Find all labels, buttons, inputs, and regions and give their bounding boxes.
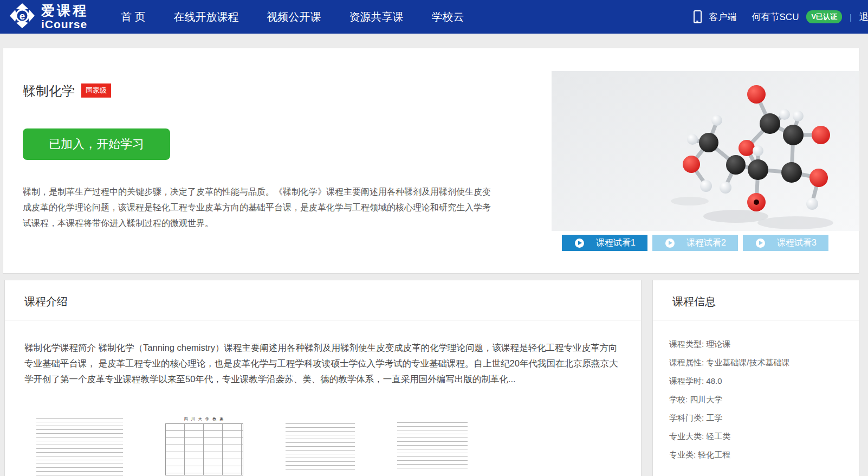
doc-thumbnail-4[interactable] <box>392 416 473 475</box>
info-course-attribute: 课程属性: 专业基础课/技术基础课 <box>669 357 843 368</box>
play-icon <box>756 239 765 248</box>
client-download-link[interactable]: 客户端 <box>709 11 737 23</box>
icourse-logo[interactable]: e 爱课程 iCourse <box>8 1 88 33</box>
info-major: 专业类: 轻化工程 <box>669 449 843 460</box>
nav-item-video-courses[interactable]: 视频公开课 <box>267 10 321 24</box>
course-intro-panel: 课程介绍 鞣制化学课程简介 鞣制化学（Tanning chemistry）课程主… <box>4 280 642 476</box>
nav-item-shared-resources[interactable]: 资源共享课 <box>349 10 404 24</box>
course-info-list: 课程类型: 理论课 课程属性: 专业基础课/技术基础课 课程学时: 48.0 学… <box>653 320 859 460</box>
course-media-column: 课程试看1 课程试看2 课程试看3 <box>552 71 859 251</box>
intro-body-text: 鞣制化学课程简介 鞣制化学（Tanning chemistry）课程主要阐述用各… <box>24 340 623 387</box>
course-title-row: 鞣制化学 国家级 <box>23 82 111 100</box>
doc-page-preview <box>165 423 243 475</box>
preview-tab-label: 课程试看1 <box>596 237 636 249</box>
join-course-button[interactable]: 已加入，开始学习 <box>23 128 170 160</box>
doc2-title: 四 川 大 学 教 案 <box>165 416 243 422</box>
main-navigation: 首 页 在线开放课程 视频公开课 资源共享课 学校云 <box>121 10 464 24</box>
info-heading: 课程信息 <box>653 280 859 320</box>
username-link[interactable]: 何有节SCU <box>752 11 799 23</box>
play-icon <box>575 239 584 248</box>
course-description: 鞣制，是制革生产过程中的关键步骤，决定了皮革的性能与品质。《鞣制化学》课程主要阐… <box>23 184 498 231</box>
course-preview-tabs: 课程试看1 课程试看2 课程试看3 <box>552 235 830 251</box>
doc-thumbnail-2[interactable]: 四 川 大 学 教 案 <box>160 412 249 476</box>
icourse-logo-icon: e <box>8 1 37 33</box>
navbar-user-area: 客户端 何有节SCU V已认证 | 退出 <box>694 0 868 34</box>
doc-page-preview <box>286 422 355 469</box>
document-thumbnails: 四 川 大 学 教 案 <box>31 412 641 476</box>
doc-page-preview <box>397 421 468 471</box>
logo-brand-en: iCourse <box>41 18 88 30</box>
info-major-category: 专业大类: 轻工类 <box>669 431 843 441</box>
svg-text:e: e <box>20 10 25 22</box>
preview-tab-2[interactable]: 课程试看2 <box>652 235 738 251</box>
logout-link[interactable]: 退出 <box>859 11 868 23</box>
top-navbar: e 爱课程 iCourse 首 页 在线开放课程 视频公开课 资源共享课 学校云… <box>0 0 868 34</box>
national-level-badge: 国家级 <box>81 83 111 98</box>
info-discipline: 学科门类: 工学 <box>669 413 843 423</box>
doc-page-preview <box>36 416 123 476</box>
doc-thumbnail-3[interactable] <box>280 417 360 474</box>
logo-brand-cn: 爱课程 <box>41 4 88 17</box>
nav-item-home[interactable]: 首 页 <box>121 10 146 24</box>
preview-tab-label: 课程试看2 <box>686 237 726 249</box>
nav-item-school-cloud[interactable]: 学校云 <box>432 10 464 24</box>
intro-heading: 课程介绍 <box>5 280 641 320</box>
doc-thumbnail-1[interactable] <box>31 412 128 476</box>
course-title: 鞣制化学 <box>23 82 75 100</box>
verified-badge[interactable]: V已认证 <box>806 10 842 23</box>
info-course-hours: 课程学时: 48.0 <box>669 376 843 386</box>
icourse-logo-text: 爱课程 iCourse <box>41 4 88 30</box>
nav-divider: | <box>850 12 852 22</box>
course-header-panel: 鞣制化学 国家级 已加入，开始学习 鞣制，是制革生产过程中的关键步骤，决定了皮革… <box>3 48 859 274</box>
nav-item-open-courses[interactable]: 在线开放课程 <box>174 10 239 24</box>
molecule-course-image <box>552 71 859 231</box>
info-school: 学校: 四川大学 <box>669 394 843 404</box>
preview-tab-3[interactable]: 课程试看3 <box>743 235 828 251</box>
preview-tab-label: 课程试看3 <box>777 237 817 249</box>
mobile-phone-icon <box>694 10 702 23</box>
play-icon <box>665 239 675 248</box>
info-course-type: 课程类型: 理论课 <box>669 339 843 349</box>
preview-tab-1[interactable]: 课程试看1 <box>562 235 647 251</box>
course-info-panel: 课程信息 课程类型: 理论课 课程属性: 专业基础课/技术基础课 课程学时: 4… <box>652 280 859 476</box>
